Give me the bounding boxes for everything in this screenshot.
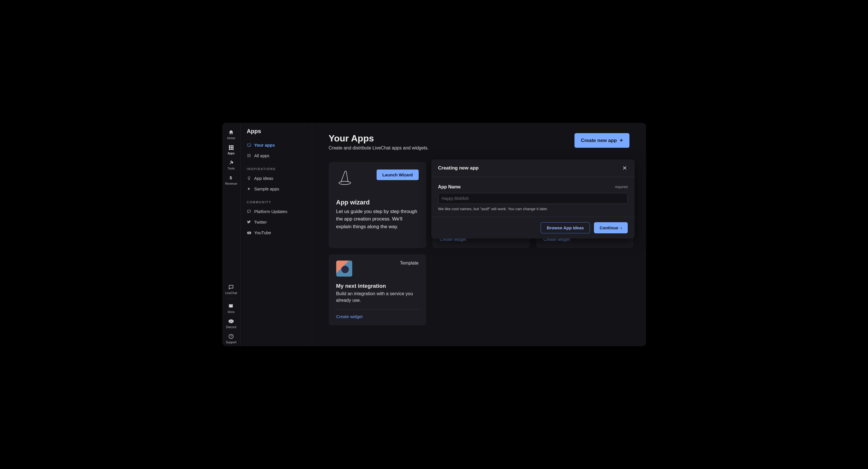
lightbulb-icon xyxy=(247,176,251,181)
rail-discord[interactable]: Discord xyxy=(222,316,240,331)
close-icon: ✕ xyxy=(622,165,627,171)
rail-support-label: Support xyxy=(226,340,237,344)
sidebar-heading-community: COMMUNITY xyxy=(241,194,312,206)
svg-rect-24 xyxy=(250,156,250,157)
youtube-icon xyxy=(247,230,251,235)
rail-livechat-label: LiveChat xyxy=(225,291,237,294)
svg-rect-18 xyxy=(250,154,250,155)
create-widget-link[interactable]: Create widget xyxy=(336,314,419,319)
rail-apps[interactable]: Apps xyxy=(222,142,240,157)
svg-rect-7 xyxy=(230,149,232,150)
sidebar-item-youtube[interactable]: YouTube xyxy=(241,227,312,238)
template-card-next-integration: Template My next integration Build an in… xyxy=(329,254,426,325)
twitter-icon xyxy=(247,220,251,224)
svg-rect-3 xyxy=(229,147,230,148)
modal-body: App Name required We like cool names, bu… xyxy=(431,177,634,217)
svg-rect-2 xyxy=(232,146,234,147)
sidebar-item-sample-apps[interactable]: Sample apps xyxy=(241,184,312,194)
template-title: My next integration xyxy=(336,283,419,289)
svg-point-12 xyxy=(231,321,232,322)
svg-rect-6 xyxy=(229,149,230,150)
template-tag: Template xyxy=(400,260,419,266)
sidebar-your-apps-label: Your apps xyxy=(254,143,275,148)
template-thumb-icon xyxy=(336,260,352,277)
main-content: Your Apps Create and distribute LiveChat… xyxy=(312,123,646,346)
sidebar-title: Apps xyxy=(241,128,312,140)
discord-icon xyxy=(228,318,234,324)
page-header: Your Apps Create and distribute LiveChat… xyxy=(329,133,629,151)
svg-text:$: $ xyxy=(230,175,232,180)
sidebar-item-twitter[interactable]: Twitter xyxy=(241,217,312,227)
chevron-right-icon: › xyxy=(621,226,622,230)
sidebar: Apps Your apps All apps INSPIRATIONS App… xyxy=(241,123,312,346)
rail-revenue[interactable]: $ Revenue xyxy=(222,173,240,188)
continue-label: Continue xyxy=(600,225,618,230)
sidebar-heading-inspirations: INSPIRATIONS xyxy=(241,161,312,173)
sidebar-item-your-apps[interactable]: Your apps xyxy=(241,140,312,150)
grid-icon xyxy=(247,154,251,158)
svg-rect-1 xyxy=(230,146,232,147)
svg-rect-23 xyxy=(249,156,249,157)
svg-rect-17 xyxy=(249,154,249,155)
speech-icon xyxy=(247,209,251,214)
template-description: Build an integration with a service you … xyxy=(336,290,419,304)
sidebar-twitter-label: Twitter xyxy=(254,220,267,224)
modal-title: Creating new app xyxy=(438,165,479,171)
svg-text:?: ? xyxy=(230,335,232,338)
svg-rect-20 xyxy=(249,155,249,156)
svg-rect-5 xyxy=(232,147,234,148)
livechat-icon xyxy=(228,284,234,290)
page-title: Your Apps xyxy=(329,133,429,144)
sidebar-sample-apps-label: Sample apps xyxy=(254,186,279,191)
rail-home[interactable]: Home xyxy=(222,127,240,142)
svg-rect-15 xyxy=(247,144,251,146)
revenue-icon: $ xyxy=(228,175,234,181)
app-window: Home Apps Tools $ Revenue LiveChat xyxy=(222,123,646,346)
rail-livechat[interactable]: LiveChat xyxy=(222,282,240,297)
sidebar-all-apps-label: All apps xyxy=(254,153,270,158)
sidebar-item-app-ideas[interactable]: App ideas xyxy=(241,173,312,184)
rail-docs-label: Docs xyxy=(228,310,235,314)
svg-rect-16 xyxy=(247,154,248,155)
page-subtitle: Create and distribute LiveChat apps and … xyxy=(329,146,429,151)
sidebar-item-all-apps[interactable]: All apps xyxy=(241,150,312,161)
app-name-label: App Name xyxy=(438,184,461,190)
sidebar-item-platform-updates[interactable]: Platform Updates xyxy=(241,206,312,217)
browse-app-ideas-button[interactable]: Browse App Ideas xyxy=(541,222,590,233)
svg-rect-21 xyxy=(250,155,250,156)
rail-tools[interactable]: Tools xyxy=(222,157,240,173)
wizard-description: Let us guide you step by step through th… xyxy=(336,208,419,230)
svg-rect-4 xyxy=(230,147,232,148)
launch-wizard-button[interactable]: Launch Wizard xyxy=(377,169,419,180)
create-new-app-label: Create new app xyxy=(581,138,617,144)
rail-home-label: Home xyxy=(227,136,235,140)
sidebar-youtube-label: YouTube xyxy=(254,230,271,235)
rail-support[interactable]: ? Support xyxy=(222,331,240,346)
svg-rect-22 xyxy=(247,156,248,157)
template-divider xyxy=(335,309,420,310)
modal-header: Creating new app ✕ xyxy=(431,159,634,177)
svg-rect-19 xyxy=(247,155,248,156)
rail-apps-label: Apps xyxy=(228,152,235,155)
continue-button[interactable]: Continue › xyxy=(594,222,628,233)
svg-rect-8 xyxy=(232,149,234,150)
create-new-app-button[interactable]: Create new app + xyxy=(575,133,629,148)
svg-point-10 xyxy=(228,319,234,323)
app-name-hint: We like cool names, but "asdf" will work… xyxy=(438,207,628,211)
home-icon xyxy=(228,129,234,135)
rail-revenue-label: Revenue xyxy=(225,182,237,185)
rail-tools-label: Tools xyxy=(228,167,235,170)
app-name-input[interactable] xyxy=(438,193,628,204)
plus-icon: + xyxy=(620,137,623,144)
icon-rail: Home Apps Tools $ Revenue LiveChat xyxy=(222,123,241,346)
rail-docs[interactable]: Docs xyxy=(222,301,240,316)
play-icon xyxy=(247,187,251,191)
svg-rect-0 xyxy=(229,146,230,147)
modal-close-button[interactable]: ✕ xyxy=(622,165,628,171)
sidebar-app-ideas-label: App ideas xyxy=(254,176,274,181)
required-label: required xyxy=(615,185,627,189)
create-app-modal: Creating new app ✕ App Name required We … xyxy=(431,159,634,239)
wizard-card: Launch Wizard App wizard Let us guide yo… xyxy=(329,162,426,248)
rail-divider xyxy=(227,299,236,299)
modal-footer: Browse App Ideas Continue › xyxy=(431,217,634,239)
